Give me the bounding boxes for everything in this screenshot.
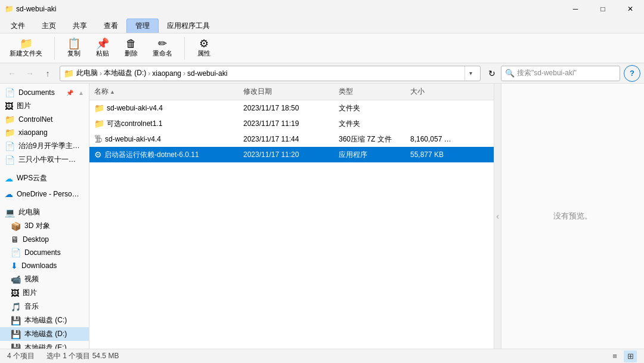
search-bar[interactable]: 🔍 搜索"sd-webui-aki"	[501, 66, 620, 81]
sidebar-item-onedrive[interactable]: ☁ OneDrive - Perso…	[0, 187, 89, 201]
ribbon-btn-paste[interactable]: 📌 粘贴	[91, 36, 114, 60]
sidebar-item-cow[interactable]: 📄 三只小牛双十一…	[0, 153, 89, 167]
tab-file[interactable]: 文件	[2, 19, 33, 33]
main-content: 📄 Documents 📌 ▲ 🖼 图片 📁 ControlNet 📁 xiao…	[0, 84, 644, 349]
sidebar-label-thispc: 此电脑	[18, 207, 40, 217]
rename-icon: ✏	[158, 38, 167, 49]
sidebar-item-xiaopang[interactable]: 📁 xiaopang	[0, 126, 89, 139]
help-button[interactable]: ?	[624, 65, 640, 82]
divider-handle-icon: ‹	[496, 211, 499, 221]
address-parts: 此电脑 › 本地磁盘 (D:) › xiaopang › sd-webui-ak…	[76, 68, 465, 78]
address-part-user[interactable]: xiaopang	[152, 69, 181, 78]
search-icon: 🔍	[505, 69, 515, 78]
address-folder-icon: 📁	[64, 69, 74, 78]
view-tiles-button[interactable]: ⊞	[624, 350, 637, 362]
tab-home[interactable]: 主页	[33, 19, 64, 33]
sidebar-item-documents[interactable]: 📄 Documents	[0, 246, 89, 259]
sidebar-item-video[interactable]: 📹 视频	[0, 272, 89, 286]
forward-button[interactable]: →	[21, 66, 38, 81]
sidebar-item-pictures-pinned[interactable]: 🖼 图片	[0, 99, 89, 113]
new-folder-icon: 📁	[20, 38, 33, 49]
ribbon-btn-copy[interactable]: 📋 复制	[62, 36, 86, 60]
close-button[interactable]: ✕	[617, 0, 644, 18]
col-header-size[interactable]: 大小	[405, 85, 465, 98]
table-row[interactable]: 📁 sd-webui-aki-v4.4 2023/11/17 18:50 文件夹	[89, 100, 494, 116]
sidebar-item-wps[interactable]: ☁ WPS云盘	[0, 171, 89, 185]
sidebar-item-disk-c[interactable]: 💾 本地磁盘 (C:)	[0, 313, 89, 327]
table-row[interactable]: 🗜 sd-webui-aki-v4.4 2023/11/17 11:44 360…	[89, 131, 494, 147]
cow-icon: 📄	[5, 155, 15, 165]
tab-apptools[interactable]: 应用程序工具	[159, 19, 218, 33]
controlnet-icon: 📁	[5, 115, 15, 124]
sidebar-item-controlnet[interactable]: 📁 ControlNet	[0, 113, 89, 126]
col-date-label: 修改日期	[243, 87, 272, 97]
ribbon-btn-properties[interactable]: ⚙ 属性	[192, 36, 216, 60]
sidebar-label-desktop: Desktop	[23, 235, 49, 244]
file-area: 名称 ▲ 修改日期 类型 大小 📁 sd-webui-aki-v4.4 2023…	[89, 84, 494, 349]
address-dropdown[interactable]: ▾	[465, 66, 476, 81]
file-type-3: 360压缩 7Z 文件	[334, 134, 405, 144]
up-button[interactable]: ↑	[39, 66, 56, 81]
sidebar-item-pictures[interactable]: 🖼 图片	[0, 286, 89, 300]
sidebar-item-downloads[interactable]: ⬇ Downloads	[0, 259, 89, 272]
address-part-disk[interactable]: 本地磁盘 (D:)	[104, 68, 146, 78]
sidebar-label-downloads: Downloads	[21, 262, 57, 270]
col-type-label: 类型	[339, 87, 353, 97]
thispc-icon: 💻	[5, 208, 15, 217]
preview-divider[interactable]: ‹	[494, 84, 501, 349]
address-part-folder[interactable]: sd-webui-aki	[187, 69, 227, 78]
col-header-name[interactable]: 名称 ▲	[89, 85, 239, 98]
disk-e-icon: 💾	[11, 343, 21, 349]
tab-view[interactable]: 查看	[95, 19, 126, 33]
disk-c-icon: 💾	[11, 316, 21, 325]
address-part-thispc[interactable]: 此电脑	[76, 68, 98, 78]
ribbon-btn-delete[interactable]: 🗑 删除	[119, 36, 143, 60]
tab-manage[interactable]: 管理	[126, 19, 159, 33]
ribbon-btn-rename[interactable]: ✏ 重命名	[148, 36, 177, 60]
sidebar-item-3d[interactable]: 📦 3D 对象	[0, 219, 89, 233]
sidebar-label-disk-d: 本地磁盘 (D:)	[24, 329, 67, 339]
table-row[interactable]: 📁 可选controlnet1.1 2023/11/17 11:19 文件夹	[89, 116, 494, 131]
sidebar-label-controlnet: ControlNet	[18, 115, 52, 124]
sidebar-label-disk-c: 本地磁盘 (C:)	[24, 315, 67, 325]
minimize-button[interactable]: ─	[562, 0, 589, 18]
sidebar-item-recipe[interactable]: 📄 治治9月开学季主…	[0, 139, 89, 153]
ribbon-btn-new[interactable]: 📁 新建文件夹	[5, 36, 47, 60]
sidebar-item-disk-d[interactable]: 💾 本地磁盘 (D:)	[0, 327, 89, 341]
paste-icon: 📌	[96, 38, 109, 49]
title-bar-icon: 📁	[5, 5, 14, 13]
maximize-button[interactable]: □	[589, 0, 617, 18]
address-bar[interactable]: 📁 此电脑 › 本地磁盘 (D:) › xiaopang › sd-webui-…	[60, 66, 481, 81]
sidebar-item-music[interactable]: 🎵 音乐	[0, 300, 89, 313]
back-button[interactable]: ←	[4, 66, 20, 81]
table-row[interactable]: ⚙ 启动器运行依赖-dotnet-6.0.11 2023/11/17 11:20…	[89, 147, 494, 162]
selected-info: 选中 1 个项目 54.5 MB	[47, 351, 119, 361]
file-type-1: 文件夹	[334, 103, 405, 113]
tab-share[interactable]: 共享	[64, 19, 95, 33]
sidebar-label-wps: WPS云盘	[17, 173, 47, 183]
file-name-2: 可选controlnet1.1	[107, 119, 162, 129]
col-header-type[interactable]: 类型	[334, 85, 405, 98]
ribbon-btn-rename-label: 重命名	[153, 49, 172, 58]
sort-icon-name: ▲	[110, 89, 115, 95]
ribbon-bar: 📁 新建文件夹 📋 复制 📌 粘贴 🗑 删除 ✏ 重命名 ⚙ 属性	[0, 33, 644, 63]
sidebar-item-documents-pinned[interactable]: 📄 Documents 📌 ▲	[0, 86, 89, 99]
properties-icon: ⚙	[199, 38, 209, 49]
refresh-button[interactable]: ↻	[484, 66, 500, 81]
file-name-cell-1: 📁 sd-webui-aki-v4.4	[89, 103, 239, 113]
view-details-button[interactable]: ≡	[608, 350, 621, 362]
recipe-icon: 📄	[5, 141, 15, 151]
file-list: 📁 sd-webui-aki-v4.4 2023/11/17 18:50 文件夹…	[89, 100, 494, 349]
sidebar-label-recipe: 治治9月开学季主…	[18, 141, 80, 151]
xiaopang-icon: 📁	[5, 128, 15, 137]
file-size-4: 55,877 KB	[405, 150, 465, 159]
col-header-date[interactable]: 修改日期	[239, 85, 334, 98]
sidebar-item-thispc[interactable]: 💻 此电脑	[0, 205, 89, 219]
sidebar-item-disk-e[interactable]: 💾 本地磁盘 (E:)	[0, 341, 89, 349]
pictures-icon: 🖼	[11, 288, 19, 298]
pin-icon: 📌	[66, 90, 73, 96]
col-name-label: 名称	[94, 87, 109, 97]
sidebar-item-desktop[interactable]: 🖥 Desktop	[0, 233, 89, 246]
ribbon-btn-paste-label: 粘贴	[96, 49, 109, 58]
file-date-4: 2023/11/17 11:20	[239, 150, 334, 159]
